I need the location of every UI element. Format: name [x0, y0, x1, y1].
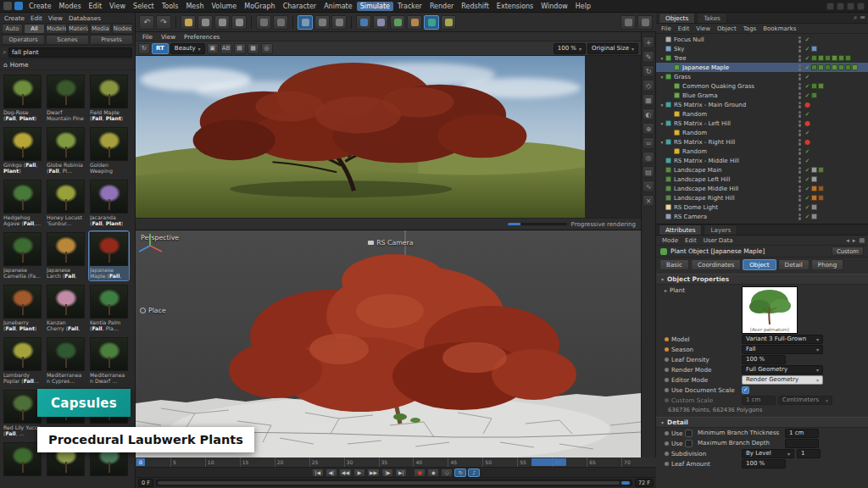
disabled-icon[interactable]: ● — [804, 101, 811, 108]
material-tag-icon[interactable] — [811, 167, 817, 173]
editor-visibility-dot[interactable] — [798, 130, 802, 133]
pen-spline-icon[interactable] — [373, 15, 388, 30]
object-row[interactable]: ▾Grass✓ — [656, 72, 868, 81]
object-row[interactable]: Focus Null✓ — [656, 35, 868, 44]
deformer-icon[interactable]: ≈ — [643, 137, 654, 149]
undo-icon[interactable]: ↶ — [139, 15, 154, 30]
menu-tracker[interactable]: Tracker — [394, 2, 426, 11]
use-max-branch-checkbox[interactable] — [685, 440, 693, 447]
render-menu-file[interactable]: File — [139, 32, 156, 42]
use-document-scale-checkbox[interactable]: ✓ — [742, 386, 749, 394]
enabled-check-icon[interactable]: ✓ — [804, 111, 811, 118]
asset-item[interactable] — [3, 441, 42, 488]
plant-preview[interactable]: (Acer palmatum) — [742, 286, 798, 334]
viewport-layout-icon[interactable] — [620, 15, 636, 30]
grid-icon[interactable]: ▦ — [643, 94, 654, 106]
menu-render[interactable]: Render — [426, 2, 457, 11]
simulate-icon[interactable] — [424, 15, 439, 30]
maxon-logo-icon[interactable] — [3, 2, 12, 10]
last-tool-icon[interactable] — [256, 15, 271, 30]
collapse-arrow-icon[interactable]: ▾ — [659, 121, 665, 126]
editor-visibility-dot[interactable] — [798, 92, 802, 96]
close-icon[interactable]: × — [643, 195, 654, 207]
disabled-icon[interactable]: ● — [804, 138, 811, 146]
render-menu-preferences[interactable]: Preferences — [181, 32, 223, 42]
move-tool-icon[interactable] — [198, 15, 213, 30]
object-row[interactable]: Japanese Maple✓ — [656, 63, 868, 72]
asset-item[interactable]: Kanzan Cherry (Fall, ... — [46, 284, 86, 333]
enabled-check-icon[interactable]: ✓ — [804, 130, 811, 136]
volume-icon[interactable] — [407, 15, 422, 30]
enabled-check-icon[interactable]: ✓ — [804, 46, 811, 53]
next-key-button[interactable]: |▶ — [381, 469, 393, 477]
object-row[interactable]: ▾RS Matrix - Right Hill● — [656, 137, 868, 147]
asset-item[interactable]: Honey Locust 'Sunbur... — [46, 179, 86, 228]
play-button[interactable]: ▶ — [353, 469, 365, 477]
zoom-dropdown[interactable]: 100 %▾ — [554, 43, 586, 54]
subdivision-level-field[interactable]: 1 — [797, 449, 821, 458]
keyframe-dot-icon[interactable] — [665, 388, 669, 392]
timeline-ruler[interactable]: 05101520253035404550556065700 — [136, 458, 656, 468]
enabled-check-icon[interactable]: ✓ — [804, 176, 811, 183]
keyframe-dot-icon[interactable] — [665, 347, 669, 352]
autokey-button[interactable]: ◆ — [427, 469, 439, 477]
render-visibility-dot[interactable] — [798, 170, 802, 174]
material-tag-icon[interactable] — [811, 176, 817, 182]
render-visibility-dot[interactable] — [798, 124, 802, 127]
rotate-view-icon[interactable]: ↻ — [643, 65, 654, 77]
render-visibility-dot[interactable] — [798, 77, 802, 80]
object-menu-file[interactable]: File — [659, 25, 674, 32]
tab-attributes[interactable]: Attributes — [659, 225, 702, 235]
editor-visibility-dot[interactable] — [798, 214, 802, 217]
enabled-check-icon[interactable]: ✓ — [804, 83, 811, 90]
attribute-mode-user-data[interactable]: User Data — [701, 237, 736, 244]
attr-tab-phong[interactable]: Phong — [811, 259, 843, 270]
material-tag-icon[interactable] — [818, 64, 824, 70]
enabled-check-icon[interactable]: ✓ — [804, 92, 811, 99]
object-row[interactable]: Common Quaking Grass✓ — [656, 81, 868, 91]
asset-tab-media[interactable]: Media — [90, 24, 111, 34]
enabled-check-icon[interactable]: ✓ — [804, 158, 811, 164]
record-button[interactable]: ● — [414, 469, 426, 477]
leaf-density-field[interactable]: 100 % — [742, 355, 786, 364]
editor-visibility-dot[interactable] — [798, 102, 802, 105]
enabled-check-icon[interactable]: ✓ — [804, 214, 811, 220]
keyframe-dot-icon[interactable] — [665, 368, 669, 372]
viewport[interactable]: Perspective RS Camera Place — [136, 230, 641, 458]
max-branch-field[interactable] — [785, 439, 819, 448]
asset-item[interactable]: Juneberry (Fall, Plant) — [3, 284, 42, 333]
rt-button[interactable]: RT — [152, 43, 169, 54]
attr-tab-object[interactable]: Object — [743, 259, 776, 270]
menu-view[interactable]: View — [106, 2, 129, 11]
asset-item[interactable]: Lombardy Poplar (Fall... — [3, 336, 42, 385]
object-row[interactable]: Landscape Left Hill✓ — [656, 175, 868, 184]
material-tag-icon[interactable] — [825, 55, 831, 61]
render-visibility-dot[interactable] — [798, 180, 802, 183]
editor-visibility-dot[interactable] — [798, 46, 802, 49]
editor-visibility-dot[interactable] — [798, 148, 802, 152]
workspace-icon[interactable] — [826, 3, 834, 10]
asset-item[interactable]: Japanese Maple (Fall, ... — [89, 231, 129, 280]
render-visibility-dot[interactable] — [798, 105, 802, 108]
layers-icon[interactable]: ▤ — [643, 166, 654, 178]
live-selection-icon[interactable] — [181, 15, 196, 30]
range-handle[interactable] — [621, 481, 630, 485]
render-visibility-dot[interactable] — [798, 68, 802, 71]
scale-tool-icon[interactable] — [214, 15, 230, 30]
object-menu-object[interactable]: Object — [715, 25, 739, 32]
disabled-icon[interactable]: ● — [804, 119, 811, 127]
current-frame-indicator[interactable]: 0 — [136, 458, 145, 466]
editor-visibility-dot[interactable] — [798, 204, 802, 208]
render-visibility-dot[interactable] — [798, 86, 802, 90]
object-row[interactable]: ▾Tree✓ — [656, 53, 868, 63]
section-detail[interactable]: ▾ Detail — [656, 417, 868, 428]
editor-visibility-dot[interactable] — [798, 176, 802, 180]
editor-visibility-dot[interactable] — [798, 186, 802, 189]
collapse-arrow-icon[interactable]: ▾ — [659, 75, 665, 80]
asset-tab-all[interactable]: All — [24, 24, 45, 34]
object-row[interactable]: Blue Grama✓ — [656, 91, 868, 100]
layout-icon[interactable] — [847, 3, 854, 10]
keyframe-dot-icon[interactable] — [665, 441, 669, 446]
editor-visibility-dot[interactable] — [798, 195, 802, 198]
enabled-check-icon[interactable]: ✓ — [804, 195, 811, 202]
